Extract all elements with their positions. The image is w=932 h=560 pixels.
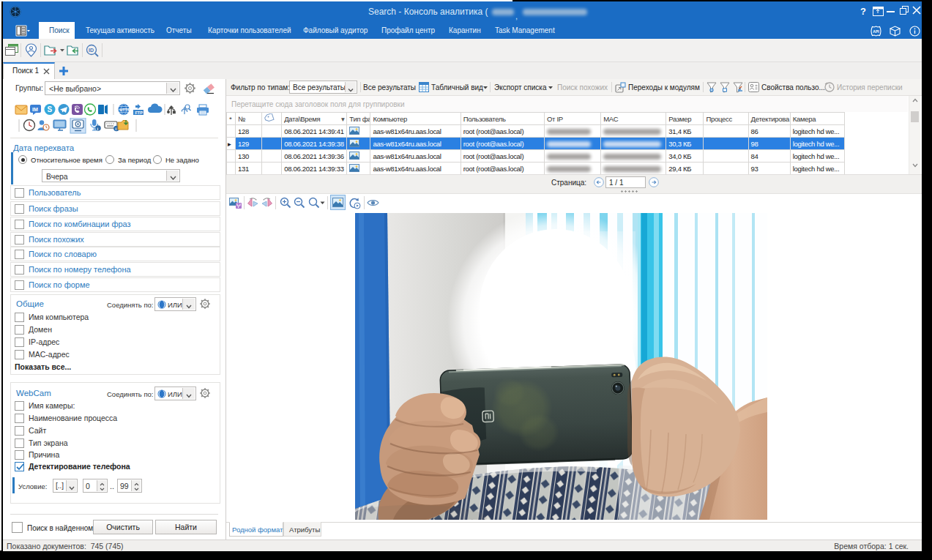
svg-text:HTTP: HTTP (119, 108, 130, 112)
svg-text:API: API (873, 29, 879, 34)
svg-text:ID: ID (89, 48, 94, 53)
svg-text:IM: IM (32, 107, 38, 112)
svg-text:FTP: FTP (135, 111, 143, 115)
svg-text:S: S (48, 105, 53, 113)
